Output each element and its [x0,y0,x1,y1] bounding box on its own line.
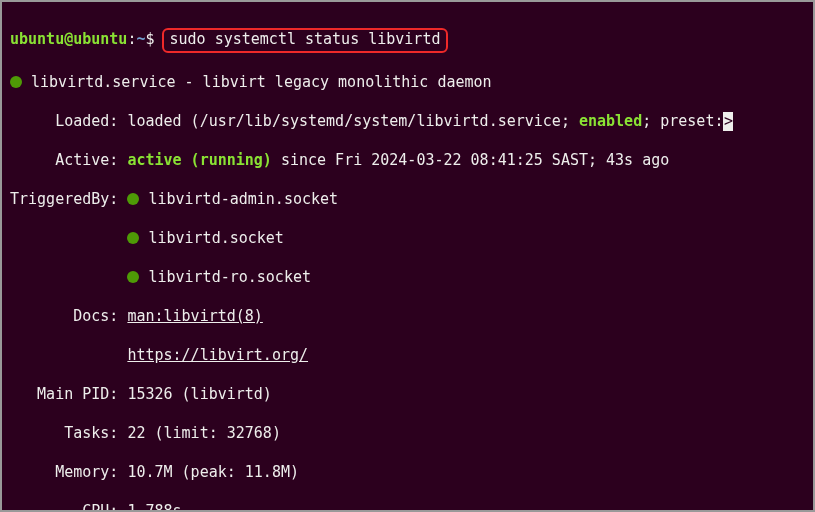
tasks-line: Tasks: 22 (limit: 32768) [10,424,805,444]
active-label: Active: [10,151,127,169]
status-dot-icon [10,76,22,88]
pid-label: Main PID: [10,385,127,403]
docs-man: man:libvirtd(8) [127,307,262,325]
loaded-line: Loaded: loaded (/usr/lib/systemd/system/… [10,112,805,132]
triggered-line-1: TriggeredBy: libvirtd-admin.socket [10,190,805,210]
service-header: libvirtd.service - libvirt legacy monoli… [22,73,492,91]
trig-label: TriggeredBy: [10,190,127,208]
prompt-dollar: $ [145,30,163,48]
prompt-at: @ [64,30,73,48]
docs-pad [10,346,127,364]
active-since: since Fri 2024-03-22 08:41:25 SAST; 43s … [272,151,669,169]
mem-label: Memory: [10,463,127,481]
truncate-arrow-icon: > [723,112,733,132]
status-dot-icon [127,193,139,205]
docs-label: Docs: [10,307,127,325]
mem-value: 10.7M (peak: 11.8M) [127,463,299,481]
pid-value: 15326 (libvirtd) [127,385,272,403]
tasks-label: Tasks: [10,424,127,442]
terminal[interactable]: ubuntu@ubuntu:~$ sudo systemctl status l… [2,2,813,512]
trig-pad [10,229,127,247]
trig-pad [10,268,127,286]
cpu-label: CPU: [10,502,127,513]
command-highlight: sudo systemctl status libvirtd [162,28,449,54]
cpu-line: CPU: 1.788s [10,502,805,513]
command-text: sudo systemctl status libvirtd [170,30,441,48]
status-dot-icon [127,232,139,244]
tasks-value: 22 (limit: 32768) [127,424,281,442]
trig3: libvirtd-ro.socket [139,268,311,286]
loaded-post: ; preset: [642,112,723,130]
docs-line-2: https://libvirt.org/ [10,346,805,366]
status-dot-icon [127,271,139,283]
trig2: libvirtd.socket [139,229,284,247]
loaded-enabled: enabled [579,112,642,130]
cpu-value: 1.788s [127,502,181,513]
pid-line: Main PID: 15326 (libvirtd) [10,385,805,405]
service-header-line: libvirtd.service - libvirt legacy monoli… [10,73,805,93]
trig1: libvirtd-admin.socket [139,190,338,208]
loaded-pre: loaded (/usr/lib/systemd/system/libvirtd… [127,112,579,130]
memory-line: Memory: 10.7M (peak: 11.8M) [10,463,805,483]
active-state: active (running) [127,151,272,169]
docs-line-1: Docs: man:libvirtd(8) [10,307,805,327]
prompt-line: ubuntu@ubuntu:~$ sudo systemctl status l… [10,28,805,54]
loaded-label: Loaded: [10,112,127,130]
active-line: Active: active (running) since Fri 2024-… [10,151,805,171]
triggered-line-3: libvirtd-ro.socket [10,268,805,288]
triggered-line-2: libvirtd.socket [10,229,805,249]
prompt-user: ubuntu [10,30,64,48]
docs-url: https://libvirt.org/ [127,346,308,364]
prompt-host: ubuntu [73,30,127,48]
